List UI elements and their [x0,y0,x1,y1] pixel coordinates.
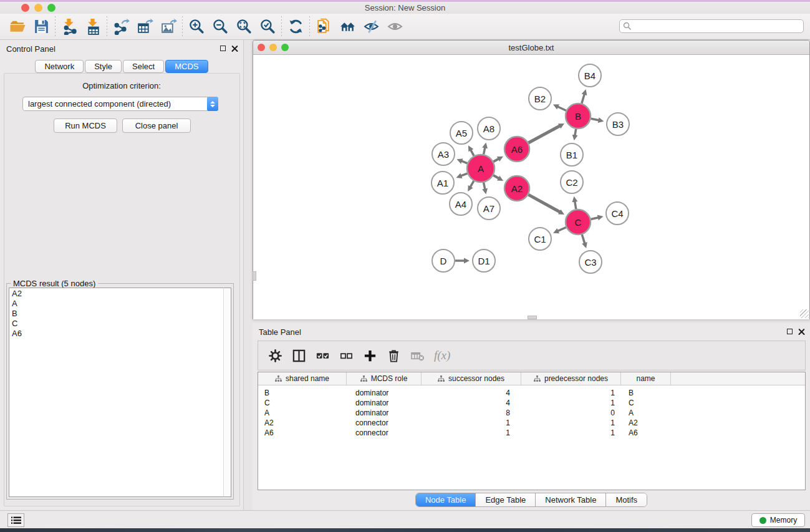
memory-status-icon [759,517,766,524]
tab-motifs[interactable]: Motifs [606,493,647,506]
zoom-out-button[interactable] [208,16,232,38]
optimization-criterion-label: Optimization criterion: [0,81,243,90]
close-table-panel-icon[interactable] [798,328,805,335]
tab-network-table[interactable]: Network Table [536,493,606,506]
select-all-button[interactable] [313,346,332,365]
column-header-successor-nodes[interactable]: successor nodes [422,372,521,385]
function-builder-button[interactable]: f(x) [432,349,450,362]
criterion-dropdown[interactable]: largest connected component (directed) [22,97,218,111]
mcds-result-item[interactable]: A [12,299,221,309]
node-label-C1: C1 [534,234,546,244]
zoom-out-icon [212,18,229,35]
table-row[interactable]: Adominator80A [258,408,805,418]
window-resize-grip[interactable] [800,309,809,318]
houses-icon [339,18,356,35]
close-panel-button[interactable]: Close panel [122,118,191,133]
show-column-button[interactable] [289,346,308,365]
show-panels-button[interactable] [7,513,24,527]
new-network-button[interactable] [312,16,335,38]
delete-table-button[interactable] [408,346,427,365]
toolbar-separator [182,16,183,37]
mcds-result-item[interactable]: A6 [12,329,221,339]
toolbar-separator [309,16,310,37]
tab-style[interactable]: Style [85,60,122,73]
refresh-button[interactable] [284,16,307,38]
table-row[interactable]: A2connector11A2 [258,418,805,428]
table-row[interactable]: A6connector11A6 [258,428,805,438]
mcds-result-list[interactable]: A2ABCA6 [9,288,224,497]
edge-B-B4[interactable] [582,94,585,104]
horizontal-scroll-thumb[interactable] [528,316,537,319]
edge-C-C4[interactable] [591,218,599,220]
import-table-icon [85,18,102,35]
export-table-button[interactable] [133,16,157,38]
import-table-button[interactable] [81,16,105,38]
table-settings-button[interactable] [266,346,284,365]
table-row[interactable]: Cdominator41C [258,398,805,408]
mcds-result-scrollbar[interactable] [223,288,231,497]
edge-B-B2[interactable] [557,107,566,111]
export-image-button[interactable] [157,16,180,38]
column-header-MCDS-role[interactable]: MCDS role [347,372,422,385]
zoom-in-button[interactable] [185,16,208,38]
float-panel-icon[interactable] [220,46,226,51]
column-header-shared-name[interactable]: shared name [258,372,347,385]
vertical-scroll-thumb[interactable] [253,271,256,281]
network-window-titlebar[interactable]: testGlobe.txt [253,41,809,55]
home-button[interactable] [335,16,359,38]
new-network-file-icon [316,18,332,35]
search-field[interactable] [619,19,804,33]
edge-arrowhead [482,143,488,149]
tab-network[interactable]: Network [35,60,84,73]
zoom-fit-button[interactable] [232,16,256,38]
unselect-all-button[interactable] [337,346,355,365]
desktop-bottom-strip [0,528,810,532]
column-header-name[interactable]: name [621,372,671,385]
add-column-button[interactable] [360,346,379,365]
zoom-selected-button[interactable] [256,16,279,38]
mcds-result-item[interactable]: C [12,319,221,329]
show-graphics-details-button[interactable] [383,16,407,38]
edge-B-B3[interactable] [591,118,600,120]
tab-edge-table[interactable]: Edge Table [476,493,536,506]
tab-select[interactable]: Select [123,60,164,73]
network-canvas[interactable]: AA1A2A3A4A5A6A7A8BB1B2B3B4CC1C2C3C4DD1 [253,55,809,319]
table-cell: A6 [258,428,347,438]
hierarchy-icon [534,375,541,382]
node-label-C2: C2 [566,177,577,188]
delete-column-button[interactable] [384,346,403,365]
edge-C-C3[interactable] [582,235,585,244]
export-table-icon [137,18,153,35]
edge-A2-C[interactable] [528,195,561,212]
node-label-B3: B3 [612,119,624,130]
column-header-predecessor-nodes[interactable]: predecessor nodes [521,372,621,385]
zoom-fit-icon [236,18,253,35]
tab-node-table[interactable]: Node Table [416,493,476,506]
table-panel-title: Table Panel [259,327,301,337]
hide-graphics-details-button[interactable] [359,16,383,38]
column-header-label: MCDS role [371,374,408,383]
edge-C-C1[interactable] [557,227,566,231]
node-label-B4: B4 [584,70,595,81]
search-input[interactable] [619,19,804,33]
tab-mcds[interactable]: MCDS [165,60,208,73]
list-icon [11,516,21,525]
node-label-A: A [478,163,484,174]
table-cell: A2 [258,418,347,428]
table-row[interactable]: Bdominator41B [258,388,805,398]
run-mcds-button[interactable]: Run MCDS [54,118,117,133]
open-session-button[interactable] [6,16,29,38]
edge-A6-B[interactable] [528,125,560,143]
table-cell: 4 [422,388,521,398]
close-panel-icon[interactable] [231,45,238,52]
save-session-button[interactable] [29,16,53,38]
main-titlebar[interactable]: Session: New Session [0,2,810,14]
memory-button[interactable]: Memory [751,513,805,527]
float-table-panel-icon[interactable] [787,329,793,334]
node-label-D1: D1 [478,256,489,266]
edge-C-C2[interactable] [575,201,576,210]
mcds-result-item[interactable]: B [12,309,221,319]
mcds-result-item[interactable]: A2 [12,289,221,299]
import-network-button[interactable] [57,16,81,38]
export-network-button[interactable] [109,16,133,38]
